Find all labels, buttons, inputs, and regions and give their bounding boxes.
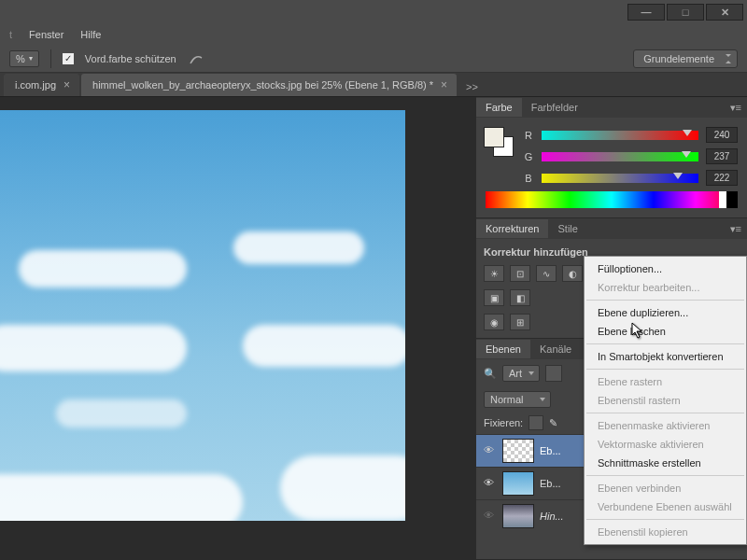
protect-fg-checkbox[interactable]: ✓ [63, 53, 74, 64]
menu-hilfe[interactable]: Hilfe [80, 29, 101, 40]
ctx-enable-layer-mask: Ebenenmaske aktivieren [585, 416, 746, 435]
ctx-duplicate-layer[interactable]: Ebene duplizieren... [585, 303, 746, 322]
tab-label: i.com.jpg [15, 79, 56, 91]
lock-label: Fixieren: [484, 417, 523, 428]
titlebar: — □ ✕ [0, 0, 747, 24]
menu-item: t [9, 29, 12, 40]
tab-korrekturen[interactable]: Korrekturen [476, 219, 548, 238]
filter-btn[interactable] [545, 365, 562, 382]
slider-b-label: B [523, 173, 534, 184]
separator [586, 300, 744, 301]
slider-b-value[interactable]: 222 [706, 170, 738, 186]
color-panel: Farbe Farbfelder ▾≡ R 240 G [476, 97, 747, 218]
document-tab[interactable]: i.com.jpg × [4, 74, 79, 96]
lock-brush-icon[interactable]: ✎ [549, 417, 557, 429]
panel-menu-icon[interactable]: ▾≡ [725, 102, 747, 114]
ctx-link-layers: Ebenen verbinden [585, 479, 746, 497]
slider-g[interactable] [542, 152, 698, 161]
context-menu: Fülloptionen... Korrektur bearbeiten... … [584, 256, 747, 545]
slider-g-label: G [523, 151, 534, 162]
separator [586, 369, 744, 370]
adj-curves-icon[interactable]: ∿ [536, 265, 557, 282]
layer-thumbnail[interactable] [502, 471, 534, 496]
canvas-area [0, 97, 476, 560]
ctx-edit-adjustment: Korrektur bearbeiten... [585, 278, 746, 297]
workspace-selector[interactable]: Grundelemente [633, 49, 738, 68]
menubar: t Fenster Hilfe [0, 24, 747, 45]
ctx-rasterize-style: Ebenenstil rastern [585, 391, 746, 410]
adj-channel-mixer-icon[interactable]: ⊞ [510, 314, 530, 330]
adj-exposure-icon[interactable]: ◐ [562, 265, 583, 282]
tab-label: himmel_wolken_by_archaeopteryx_stocks.jp… [92, 79, 433, 91]
separator [586, 343, 744, 344]
pressure-icon[interactable] [188, 50, 204, 67]
slider-g-value[interactable]: 237 [706, 148, 738, 164]
separator [586, 475, 744, 476]
fg-swatch[interactable] [484, 127, 504, 147]
visibility-eye-icon[interactable]: 👁 [484, 477, 497, 490]
close-icon[interactable]: × [63, 78, 70, 91]
document-tab-active[interactable]: himmel_wolken_by_archaeopteryx_stocks.jp… [81, 74, 457, 96]
protect-fg-label: Vord.farbe schützen [85, 53, 176, 64]
tab-farbe[interactable]: Farbe [476, 98, 522, 117]
close-button[interactable]: ✕ [706, 4, 743, 21]
tab-kanaele[interactable]: Kanäle [530, 340, 581, 358]
layer-thumbnail[interactable] [502, 439, 534, 463]
layer-thumbnail[interactable] [502, 504, 534, 528]
tab-ebenen[interactable]: Ebenen [476, 340, 530, 358]
adj-hue-icon[interactable]: ▣ [484, 289, 504, 306]
tab-farbfelder[interactable]: Farbfelder [522, 98, 587, 117]
tab-overflow[interactable]: >> [458, 77, 486, 96]
adj-bw-icon[interactable]: ◧ [510, 289, 530, 306]
panel-menu-icon[interactable]: ▾≡ [725, 223, 747, 235]
ctx-create-clipping-mask[interactable]: Schnittmaske erstellen [585, 454, 746, 472]
fg-bg-swatch[interactable] [484, 127, 514, 157]
blend-mode-select[interactable]: Normal [484, 391, 551, 408]
close-icon[interactable]: × [441, 78, 447, 91]
adj-brightness-icon[interactable]: ☀ [484, 265, 504, 282]
lock-transparent-icon[interactable] [529, 415, 543, 430]
layer-name[interactable]: Eb... [540, 445, 561, 456]
adj-photo-filter-icon[interactable]: ◉ [484, 314, 504, 330]
slider-r[interactable] [542, 131, 698, 140]
opacity-field[interactable]: %▾ [9, 50, 39, 67]
layer-filter-kind[interactable]: Art [502, 365, 540, 382]
maximize-button[interactable]: □ [667, 4, 704, 21]
ctx-rasterize-layer: Ebene rastern [585, 372, 746, 391]
layer-name[interactable]: Hin... [540, 511, 564, 522]
menu-fenster[interactable]: Fenster [29, 29, 63, 40]
slider-r-value[interactable]: 240 [706, 127, 738, 143]
spectrum-bar[interactable] [486, 191, 738, 208]
ctx-copy-style: Ebenenstil kopieren [585, 523, 746, 541]
adj-levels-icon[interactable]: ⊡ [510, 265, 530, 282]
search-icon[interactable]: 🔍 [484, 368, 497, 380]
document-tabbar: i.com.jpg × himmel_wolken_by_archaeopter… [0, 73, 747, 97]
ctx-select-linked: Verbundene Ebenen auswähl [585, 497, 746, 516]
cursor-icon [631, 322, 644, 341]
visibility-eye-icon[interactable]: 👁 [484, 444, 497, 457]
ctx-enable-vector-mask: Vektormaske aktivieren [585, 435, 746, 454]
options-bar: %▾ ✓ Vord.farbe schützen Grundelemente [0, 45, 747, 73]
separator [586, 413, 744, 413]
separator [586, 519, 744, 520]
visibility-eye-icon[interactable]: 👁 [484, 510, 497, 523]
slider-b[interactable] [542, 174, 698, 183]
ctx-delete-layer[interactable]: Ebene löschen [585, 322, 746, 341]
minimize-button[interactable]: — [627, 4, 665, 21]
tab-stile[interactable]: Stile [548, 219, 586, 238]
canvas[interactable] [0, 110, 405, 521]
layer-name[interactable]: Eb... [540, 478, 561, 489]
ctx-blending-options[interactable]: Fülloptionen... [585, 259, 746, 278]
ctx-convert-smartobject[interactable]: In Smartobjekt konvertieren [585, 347, 746, 366]
slider-r-label: R [523, 130, 534, 141]
divider [50, 49, 51, 68]
